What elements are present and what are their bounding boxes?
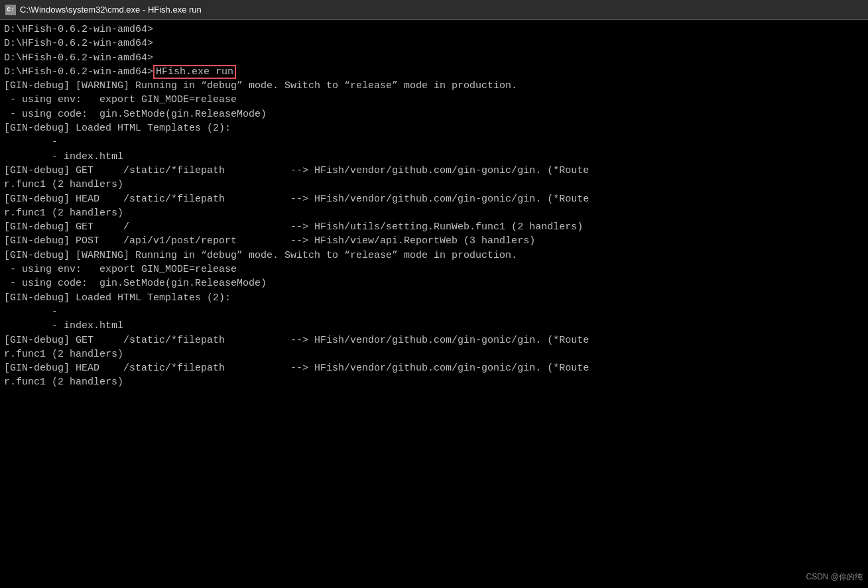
terminal-line: D:\HFish-0.6.2-win-amd64> <box>4 23 864 36</box>
terminal-line: - index.html <box>4 319 864 333</box>
terminal-line: [GIN-debug] GET / --> HFish/utils/settin… <box>4 220 864 234</box>
terminal-line: - <box>4 135 864 149</box>
terminal-line: [GIN-debug] HEAD /static/*filepath --> H… <box>4 192 864 206</box>
terminal[interactable]: D:\HFish-0.6.2-win-amd64>D:\HFish-0.6.2-… <box>0 20 868 588</box>
terminal-line: r.func1 (2 handlers) <box>4 347 864 361</box>
terminal-line: [GIN-debug] POST /api/v1/post/report -->… <box>4 234 864 248</box>
command-highlight: HFish.exe run <box>153 65 236 79</box>
terminal-line: r.func1 (2 handlers) <box>4 375 864 389</box>
terminal-line: [GIN-debug] [WARNING] Running in “debug”… <box>4 79 864 93</box>
terminal-line: D:\HFish-0.6.2-win-amd64> <box>4 51 864 65</box>
terminal-line: [GIN-debug] Loaded HTML Templates (2): <box>4 121 864 135</box>
terminal-line: [GIN-debug] HEAD /static/*filepath --> H… <box>4 361 864 375</box>
terminal-line: - index.html <box>4 150 864 164</box>
terminal-line: [GIN-debug] [WARNING] Running in “debug”… <box>4 249 864 263</box>
watermark: CSDN @你的纯 <box>806 571 863 583</box>
terminal-line: [GIN-debug] GET /static/*filepath --> HF… <box>4 164 864 178</box>
terminal-line: - using code: gin.SetMode(gin.ReleaseMod… <box>4 276 864 290</box>
terminal-line: - using env: export GIN_MODE=release <box>4 93 864 107</box>
terminal-line: - using env: export GIN_MODE=release <box>4 263 864 276</box>
terminal-line: [GIN-debug] GET /static/*filepath --> HF… <box>4 333 864 347</box>
terminal-line: - <box>4 305 864 319</box>
terminal-line: D:\HFish-0.6.2-win-amd64> <box>4 36 864 50</box>
terminal-line: - using code: gin.SetMode(gin.ReleaseMod… <box>4 107 864 121</box>
cmd-icon-letter: C: <box>7 7 15 13</box>
terminal-line: [GIN-debug] Loaded HTML Templates (2): <box>4 291 864 305</box>
titlebar: C: C:\Windows\system32\cmd.exe - HFish.e… <box>0 0 868 20</box>
titlebar-icon: C: <box>5 5 16 15</box>
terminal-line: r.func1 (2 handlers) <box>4 178 864 192</box>
titlebar-title: C:\Windows\system32\cmd.exe - HFish.exe … <box>20 5 202 15</box>
terminal-line: r.func1 (2 handlers) <box>4 206 864 220</box>
terminal-line: D:\HFish-0.6.2-win-amd64>HFish.exe run <box>4 65 864 79</box>
